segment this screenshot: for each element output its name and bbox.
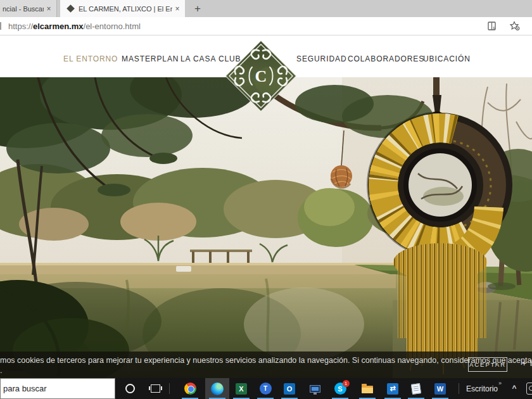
site-favicon-icon <box>66 4 75 13</box>
cookie-accept-button[interactable]: ACEPTAR <box>468 357 507 372</box>
address-bar-actions <box>486 20 521 32</box>
cookie-banner: mos cookies de terceros para mejorar tu … <box>0 352 532 378</box>
hero-photo <box>0 77 532 378</box>
browser-tab-active[interactable]: EL CARMEN, ATLIXCO | El Entorn × <box>60 0 185 17</box>
close-icon[interactable]: × <box>44 4 54 13</box>
taskbar-notepad[interactable] <box>404 378 428 399</box>
lock-icon <box>0 22 1 30</box>
dock <box>176 266 191 272</box>
teamviewer-icon: ⇄ <box>387 383 398 395</box>
url-text[interactable]: https://elcarmen.mx/el-entorno.html <box>8 22 141 31</box>
notification-badge: 1 <box>343 380 350 387</box>
cortana-icon <box>125 384 135 393</box>
nav-la-casa-club[interactable]: LA CASA CLUB <box>180 54 241 63</box>
taskbar-divider <box>169 383 170 394</box>
reading-list-icon[interactable] <box>486 20 498 32</box>
taskbar: para buscar X T O S1 ⇄ W Escritorio » ^ <box>0 378 532 399</box>
taskbar-teams[interactable]: T <box>253 378 277 399</box>
address-bar[interactable]: https://elcarmen.mx/el-entorno.html <box>0 17 532 35</box>
taskbar-file-explorer[interactable] <box>355 378 379 399</box>
outlook-icon: O <box>284 383 295 395</box>
taskbar-divider <box>459 383 459 394</box>
cookie-message: mos cookies de terceros para mejorar tu … <box>0 356 532 365</box>
nav-masterplan[interactable]: MASTERPLAN <box>122 54 179 63</box>
browser-tab-inactive[interactable]: ncial - Buscar × <box>0 0 57 17</box>
browser-tab-strip: ncial - Buscar × EL CARMEN, ATLIXCO | El… <box>0 0 532 17</box>
cortana-button[interactable] <box>118 378 142 399</box>
taskbar-word[interactable]: W <box>428 378 452 399</box>
word-icon: W <box>434 383 446 395</box>
cookie-message-line2: . <box>0 366 2 375</box>
tab-title: ncial - Buscar <box>3 5 44 13</box>
taskbar-search-input[interactable]: para buscar <box>0 378 115 399</box>
task-view-button[interactable] <box>143 378 167 399</box>
new-tab-button[interactable]: + <box>190 2 205 16</box>
taskbar-remote-desktop[interactable] <box>303 378 327 399</box>
excel-icon: X <box>236 383 247 395</box>
nav-ubicacion[interactable]: UBICACIÓN <box>423 54 471 63</box>
nav-colaboradores[interactable]: COLABORADORES <box>348 54 424 63</box>
url-domain: elcarmen.mx <box>33 22 84 31</box>
chrome-icon <box>184 383 196 395</box>
notepad-icon <box>411 383 421 395</box>
desktop-toolbar-label: Escritorio <box>466 378 498 399</box>
nav-seguridad[interactable]: SEGURIDAD <box>296 54 346 63</box>
url-path: /el-entorno.html <box>84 22 141 31</box>
tray-icon-partial[interactable] <box>526 383 532 395</box>
url-scheme: https:// <box>8 22 33 31</box>
taskbar-outlook[interactable]: O <box>277 378 301 399</box>
nav-el-entorno[interactable]: EL ENTORNO <box>63 54 118 63</box>
task-view-icon <box>151 384 160 393</box>
logo-letter: C <box>255 67 267 86</box>
taskbar-chrome[interactable] <box>178 378 202 399</box>
teams-icon: T <box>260 383 272 395</box>
close-icon[interactable]: × <box>172 4 182 13</box>
taskbar-edge[interactable] <box>205 378 229 399</box>
file-explorer-icon <box>362 386 373 393</box>
taskbar-excel[interactable]: X <box>229 378 253 399</box>
taskbar-skype[interactable]: S1 <box>328 378 352 399</box>
edge-icon <box>211 383 224 395</box>
taskbar-teamviewer[interactable]: ⇄ <box>381 378 405 399</box>
screen: ncial - Buscar × EL CARMEN, ATLIXCO | El… <box>0 0 532 399</box>
show-hidden-icons-button[interactable]: ^ <box>508 378 521 399</box>
favorites-star-gear-icon[interactable] <box>509 20 521 32</box>
cookie-more-info-link[interactable]: + I <box>522 359 532 368</box>
tab-title: EL CARMEN, ATLIXCO | El Entorn <box>79 5 172 13</box>
toolbar-overflow-chevron[interactable]: » <box>498 380 501 386</box>
remote-desktop-icon <box>310 385 320 393</box>
